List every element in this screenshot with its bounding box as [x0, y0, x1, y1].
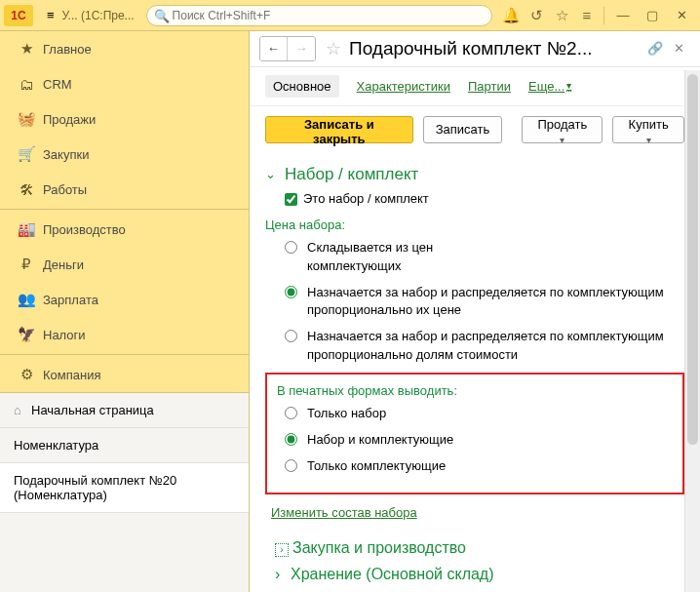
sidebar-item-crm[interactable]: 🗂CRM [0, 66, 249, 101]
group-purchase-production[interactable]: ›Закупка и производство [275, 536, 684, 559]
search-icon: 🔍 [154, 9, 170, 23]
content-area: ← → ☆ Подарочный комплект №2... 🔗 ✕ Осно… [250, 31, 700, 592]
radio-label: Складывается из цен комплектующих [307, 239, 463, 276]
group-label-paren: (Основной склад) [366, 566, 493, 582]
toolbar: Записать и закрыть Записать Продать Купи… [250, 106, 700, 153]
chevron-right-icon: › [275, 563, 291, 585]
group-label: Набор / комплект [285, 163, 418, 187]
nav-forward-button[interactable]: → [288, 37, 315, 60]
sidebar-item-production[interactable]: 🏭Производство [0, 212, 249, 247]
content-header: ← → ☆ Подарочный комплект №2... 🔗 ✕ [250, 31, 700, 67]
bell-icon[interactable]: 🔔 [498, 7, 524, 24]
window-titlebar: 1C ≡ У... (1С:Пре... 🔍 🔔 ↺ ☆ ≡ — ▢ ✕ [0, 0, 700, 31]
group-label: Хранение [291, 566, 362, 582]
app-logo-icon: 1C [4, 5, 33, 26]
panel-item-start[interactable]: ⌂Начальная страница [0, 393, 249, 428]
sidebar-item-label: Работы [43, 182, 87, 197]
print-radio-set-only[interactable] [285, 407, 297, 419]
panel-item-nomenclature[interactable]: Номенклатура [0, 428, 249, 463]
panel-item-active[interactable]: Подарочный комплект №20 (Номенклатура) [0, 463, 249, 513]
price-radio-sum[interactable] [285, 241, 297, 254]
star-icon: ★ [14, 40, 39, 58]
window-close-button[interactable]: ✕ [667, 8, 696, 22]
radio-label: Набор и комплектующие [307, 431, 453, 450]
radio-label: Только набор [307, 405, 386, 423]
scrollbar-thumb[interactable] [687, 74, 698, 445]
print-forms-box: В печатных формах выводить: Только набор… [265, 373, 684, 494]
home-icon: ⌂ [14, 403, 31, 417]
sidebar-item-label: Закупки [43, 147, 89, 162]
tab-main[interactable]: Основное [265, 75, 339, 98]
sidebar-item-label: Деньги [43, 257, 84, 272]
tools-icon: 🛠 [14, 181, 39, 198]
radio-label: Назначается за набор и распределяется по… [307, 328, 684, 365]
scrollbar[interactable] [684, 70, 700, 592]
chevron-right-dotted-icon: › [275, 543, 289, 557]
sidebar-item-sales[interactable]: 🧺Продажи [0, 101, 249, 137]
basket-icon: 🧺 [14, 110, 39, 128]
sidebar-item-company[interactable]: ⚙Компания [0, 357, 249, 392]
app-title: У... (1С:Пре... [62, 9, 135, 22]
favorite-star-icon[interactable]: ☆ [326, 38, 341, 59]
window-maximize-button[interactable]: ▢ [638, 8, 667, 22]
panel-item-label: Номенклатура [14, 438, 98, 453]
group-label: Закупка и производство [292, 539, 466, 556]
sidebar-open-panel: ⌂Начальная страница Номенклатура Подароч… [0, 392, 249, 592]
price-title-label: Цена набора: [265, 217, 684, 235]
sidebar-item-main[interactable]: ★Главное [0, 31, 249, 66]
eagle-icon: 🦅 [14, 326, 39, 343]
print-radio-set-and-parts[interactable] [285, 433, 297, 446]
nav-buttons: ← → [259, 36, 316, 61]
sidebar-item-label: Производство [43, 222, 126, 237]
tab-characteristics[interactable]: Характеристики [357, 79, 450, 94]
link-icon[interactable]: 🔗 [643, 41, 667, 56]
sidebar-item-works[interactable]: 🛠Работы [0, 172, 249, 207]
page-tabs: Основное Характеристики Партии Еще... [250, 67, 700, 106]
sidebar-item-label: Зарплата [43, 293, 98, 307]
sidebar-item-salary[interactable]: 👥Зарплата [0, 282, 249, 317]
buy-button[interactable]: Купить [612, 116, 684, 143]
sidebar: ★Главное 🗂CRM 🧺Продажи 🛒Закупки 🛠Работы … [0, 31, 250, 592]
sidebar-item-purchases[interactable]: 🛒Закупки [0, 137, 249, 172]
group-set-title[interactable]: ⌄Набор / комплект [265, 163, 684, 187]
window-minimize-button[interactable]: — [608, 8, 638, 22]
people-icon: 👥 [14, 291, 39, 308]
radio-label: Назначается за набор и распределяется по… [307, 284, 684, 321]
sidebar-item-label: Налоги [43, 328, 86, 342]
save-and-close-button[interactable]: Записать и закрыть [265, 116, 413, 143]
is-set-checkbox[interactable] [285, 193, 297, 206]
print-box-title: В печатных формах выводить: [277, 382, 673, 401]
filter-icon[interactable]: ≡ [574, 7, 600, 23]
search-input[interactable] [146, 5, 492, 26]
history-icon[interactable]: ↺ [524, 7, 549, 24]
cart-icon: 🛒 [14, 145, 39, 163]
tab-parties[interactable]: Партии [468, 79, 511, 94]
sidebar-item-label: CRM [43, 77, 72, 92]
sidebar-item-money[interactable]: ₽Деньги [0, 247, 249, 282]
close-icon[interactable]: ✕ [667, 41, 690, 56]
gear-icon: ⚙ [14, 366, 39, 383]
sidebar-item-label: Главное [43, 42, 92, 57]
tab-more[interactable]: Еще... [528, 79, 571, 94]
factory-icon: 🏭 [14, 220, 39, 238]
nav-back-button[interactable]: ← [260, 37, 288, 60]
sell-button[interactable]: Продать [522, 116, 603, 143]
radio-label: Только комплектующие [307, 457, 446, 476]
sidebar-item-label: Продажи [43, 112, 96, 127]
form-body: ⌄Набор / комплект Это набор / комплект Ц… [250, 153, 700, 592]
menu-icon[interactable]: ≡ [47, 8, 55, 22]
price-radio-by-share[interactable] [285, 330, 297, 342]
change-set-link[interactable]: Изменить состав набора [271, 504, 417, 523]
sidebar-item-label: Компания [43, 368, 101, 382]
chevron-down-icon: ⌄ [265, 166, 279, 184]
ruble-icon: ₽ [14, 256, 39, 273]
sidebar-item-taxes[interactable]: 🦅Налоги [0, 317, 249, 352]
print-radio-parts-only[interactable] [285, 459, 297, 472]
panel-item-label: Подарочный комплект №20 (Номенклатура) [14, 473, 176, 502]
id-card-icon: 🗂 [14, 76, 39, 93]
group-storage[interactable]: ›Хранение (Основной склад) [275, 563, 684, 585]
save-button[interactable]: Записать [423, 116, 503, 143]
star-icon[interactable]: ☆ [549, 7, 574, 24]
price-radio-by-price[interactable] [285, 286, 297, 298]
global-search[interactable]: 🔍 [146, 5, 492, 26]
